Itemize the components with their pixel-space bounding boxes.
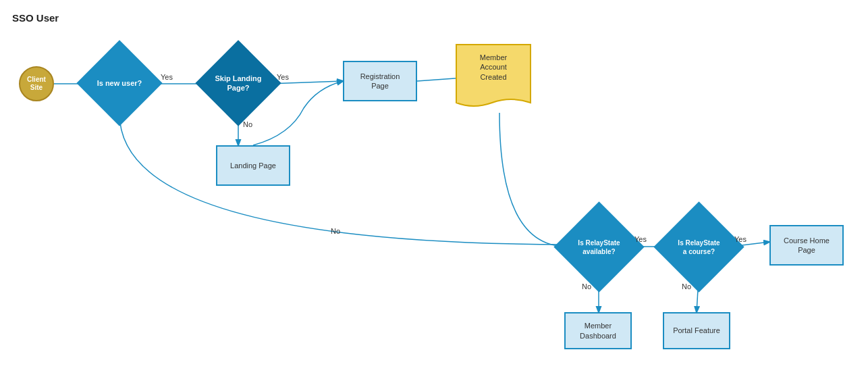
is-new-user-node: Is new user? [89, 53, 150, 114]
is-new-user-label: Is new user? [97, 78, 142, 88]
label-no3: No [582, 282, 591, 291]
client-site-label: ClientSite [27, 76, 46, 92]
is-relaystate-available-label: Is RelayStateavailable? [578, 238, 620, 256]
portal-feature-node: Portal Feature [663, 312, 730, 349]
label-no1: No [243, 120, 252, 128]
member-dashboard-node: MemberDashboard [564, 312, 632, 349]
label-no4: No [682, 282, 691, 291]
label-yes4: Yes [734, 235, 747, 243]
landing-page-node: Landing Page [216, 145, 290, 186]
registration-page-label: RegistrationPage [360, 72, 400, 91]
client-site-node: ClientSite [19, 66, 54, 101]
course-home-page-node: Course HomePage [769, 225, 844, 266]
portal-feature-label: Portal Feature [673, 326, 720, 335]
skip-landing-label: Skip LandingPage? [215, 74, 261, 93]
landing-page-label: Landing Page [230, 161, 276, 170]
diagram-title: SSO User [12, 12, 59, 24]
skip-landing-node: Skip LandingPage? [208, 53, 269, 114]
diagram-area: SSO User [0, 0, 868, 377]
member-account-created-node: MemberAccountCreated [454, 42, 533, 109]
label-yes2: Yes [277, 73, 289, 81]
label-yes3: Yes [634, 235, 647, 243]
label-no2: No [331, 227, 340, 235]
registration-page-node: RegistrationPage [343, 61, 417, 101]
course-home-page-label: Course HomePage [784, 236, 830, 255]
is-relaystate-available-node: Is RelayStateavailable? [567, 215, 631, 279]
member-dashboard-label: MemberDashboard [580, 321, 616, 341]
is-relaystate-course-label: Is RelayStatea course? [678, 238, 720, 256]
is-relaystate-course-node: Is RelayStatea course? [667, 215, 731, 279]
label-yes1: Yes [161, 73, 173, 81]
